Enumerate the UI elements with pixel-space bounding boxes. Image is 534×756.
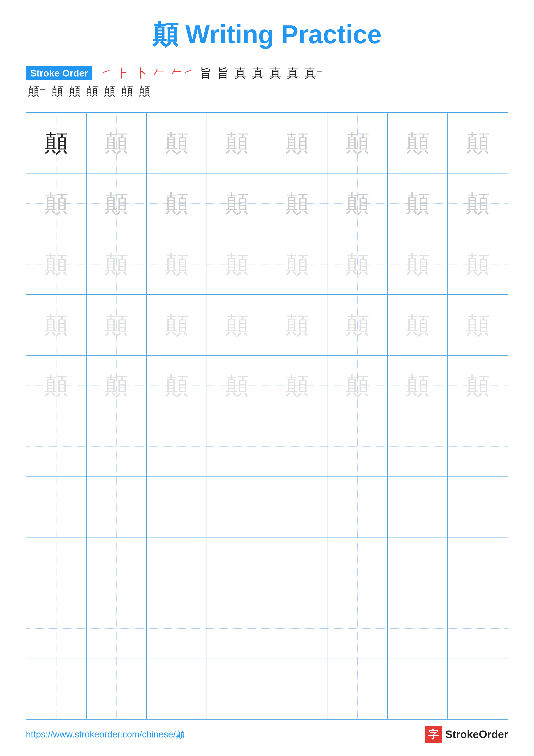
cell-7-5[interactable]: [267, 477, 328, 537]
stroke-order-badge: Stroke Order: [26, 66, 92, 80]
cell-9-4[interactable]: [207, 598, 267, 659]
cell-2-5[interactable]: 顛: [267, 174, 328, 234]
cell-10-4[interactable]: [207, 659, 267, 719]
cell-3-5[interactable]: 顛: [267, 234, 328, 294]
cell-3-3[interactable]: 顛: [147, 234, 207, 294]
cell-1-5[interactable]: 顛: [267, 113, 328, 173]
cell-6-7[interactable]: [388, 416, 448, 476]
cell-4-5[interactable]: 顛: [267, 295, 328, 355]
cell-2-4[interactable]: 顛: [207, 174, 267, 234]
char-ghost: 顛: [406, 131, 429, 155]
cell-9-8[interactable]: [448, 598, 508, 659]
cell-10-3[interactable]: [147, 659, 207, 719]
cell-1-6[interactable]: 顛: [327, 113, 388, 173]
char-ghost-light: 顛: [225, 374, 249, 397]
cell-1-1[interactable]: 顛: [26, 113, 87, 173]
cell-8-6[interactable]: [327, 537, 388, 598]
cell-8-8[interactable]: [448, 537, 508, 598]
cell-5-5[interactable]: 顛: [267, 356, 328, 416]
cell-10-6[interactable]: [327, 659, 388, 719]
cell-6-3[interactable]: [147, 416, 207, 476]
cell-4-1[interactable]: 顛: [26, 295, 87, 355]
cell-5-2[interactable]: 顛: [87, 356, 147, 416]
cell-9-2[interactable]: [87, 598, 147, 659]
cell-4-4[interactable]: 顛: [207, 295, 267, 355]
cell-10-7[interactable]: [388, 659, 448, 719]
cell-7-7[interactable]: [388, 477, 448, 537]
cell-2-1[interactable]: 顛: [26, 174, 87, 234]
cell-1-4[interactable]: 顛: [207, 113, 267, 173]
cell-3-6[interactable]: 顛: [327, 234, 388, 294]
cell-3-2[interactable]: 顛: [87, 234, 147, 294]
cell-9-7[interactable]: [388, 598, 448, 659]
cell-1-3[interactable]: 顛: [147, 113, 207, 173]
footer-logo: 字 StrokeOrder: [425, 726, 508, 743]
cell-7-8[interactable]: [448, 477, 508, 537]
cell-4-6[interactable]: 顛: [327, 295, 388, 355]
char-ghost: 顛: [285, 192, 309, 215]
cell-10-2[interactable]: [87, 659, 147, 719]
char-ghost: 顛: [466, 192, 490, 215]
cell-2-6[interactable]: 顛: [327, 174, 388, 234]
cell-2-3[interactable]: 顛: [147, 174, 207, 234]
cell-9-6[interactable]: [327, 598, 388, 659]
char-ghost-light: 顛: [285, 313, 309, 337]
cell-5-4[interactable]: 顛: [207, 356, 267, 416]
cell-7-1[interactable]: [26, 477, 87, 537]
cell-6-1[interactable]: [26, 416, 87, 476]
cell-10-1[interactable]: [26, 659, 87, 719]
stroke-order-row-2: 顛⁻ 顛 顛 顛 顛 顛 顛: [26, 83, 508, 99]
stroke-5: 𠂉㇀: [170, 65, 194, 81]
cell-1-7[interactable]: 顛: [388, 113, 448, 173]
cell-6-6[interactable]: [327, 416, 388, 476]
char-ghost-light: 顛: [285, 374, 309, 397]
cell-8-1[interactable]: [26, 537, 87, 598]
cell-2-8[interactable]: 顛: [448, 174, 508, 234]
cell-1-2[interactable]: 顛: [87, 113, 147, 173]
cell-8-7[interactable]: [388, 537, 448, 598]
cell-10-5[interactable]: [267, 659, 328, 719]
grid-row-9: [26, 598, 508, 659]
cell-7-6[interactable]: [327, 477, 388, 537]
cell-9-3[interactable]: [147, 598, 207, 659]
cell-6-8[interactable]: [448, 416, 508, 476]
cell-4-3[interactable]: 顛: [147, 295, 207, 355]
cell-5-7[interactable]: 顛: [388, 356, 448, 416]
cell-3-1[interactable]: 顛: [26, 234, 87, 294]
cell-3-4[interactable]: 顛: [207, 234, 267, 294]
cell-8-2[interactable]: [87, 537, 147, 598]
cell-6-2[interactable]: [87, 416, 147, 476]
cell-4-7[interactable]: 顛: [388, 295, 448, 355]
cell-2-7[interactable]: 顛: [388, 174, 448, 234]
stroke-18: 顛: [121, 83, 133, 99]
cell-9-5[interactable]: [267, 598, 328, 659]
cell-6-5[interactable]: [267, 416, 328, 476]
char-ghost-light: 顛: [345, 374, 369, 397]
cell-5-6[interactable]: 顛: [327, 356, 388, 416]
cell-8-4[interactable]: [207, 537, 267, 598]
cell-7-3[interactable]: [147, 477, 207, 537]
char-ghost-light: 顛: [285, 252, 309, 276]
cell-9-1[interactable]: [26, 598, 87, 659]
cell-3-7[interactable]: 顛: [388, 234, 448, 294]
practice-grid: 顛 顛 顛 顛 顛 顛 顛 顛: [26, 112, 508, 719]
cell-1-8[interactable]: 顛: [448, 113, 508, 173]
cell-2-2[interactable]: 顛: [87, 174, 147, 234]
cell-7-2[interactable]: [87, 477, 147, 537]
footer-url[interactable]: https://www.strokeorder.com/chinese/顛: [26, 728, 185, 741]
cell-6-4[interactable]: [207, 416, 267, 476]
char-ghost-light: 顛: [165, 374, 189, 397]
char-ghost: 顛: [225, 131, 249, 155]
cell-5-1[interactable]: 顛: [26, 356, 87, 416]
cell-5-8[interactable]: 顛: [448, 356, 508, 416]
cell-10-8[interactable]: [448, 659, 508, 719]
cell-4-2[interactable]: 顛: [87, 295, 147, 355]
cell-4-8[interactable]: 顛: [448, 295, 508, 355]
cell-8-3[interactable]: [147, 537, 207, 598]
cell-7-4[interactable]: [207, 477, 267, 537]
grid-row-3: 顛 顛 顛 顛 顛 顛 顛 顛: [26, 234, 508, 295]
char-ghost-light: 顛: [466, 374, 490, 397]
cell-3-8[interactable]: 顛: [448, 234, 508, 294]
cell-5-3[interactable]: 顛: [147, 356, 207, 416]
cell-8-5[interactable]: [267, 537, 328, 598]
